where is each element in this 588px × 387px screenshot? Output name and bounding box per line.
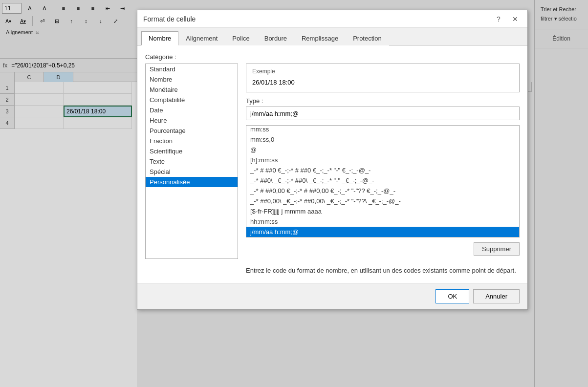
exemple-value: 26/01/18 18:00 bbox=[252, 77, 513, 88]
list-item[interactable]: Comptabilité bbox=[146, 95, 238, 105]
list-item[interactable]: Fraction bbox=[146, 136, 238, 146]
dialog-close-button[interactable]: ✕ bbox=[509, 14, 522, 24]
type-label: Type : bbox=[246, 97, 520, 105]
dialog-help-button[interactable]: ? bbox=[492, 14, 505, 24]
tab-remplissage[interactable]: Remplissage bbox=[294, 31, 346, 45]
format-list-wrapper: mm:ssmm:ss,0@[h]:mm:ss_-* # ##0 €_-;-* #… bbox=[246, 125, 520, 237]
list-item[interactable]: Monétaire bbox=[146, 85, 238, 95]
list-item[interactable]: Scientifique bbox=[146, 146, 238, 156]
dialog-title: Format de cellule bbox=[143, 15, 196, 23]
supprimer-wrapper: Supprimer bbox=[246, 242, 520, 256]
dialog-body: Catégorie : StandardNombreMonétaireCompt… bbox=[137, 45, 527, 283]
list-item[interactable]: Personnalisée bbox=[146, 177, 238, 187]
list-item[interactable]: j/mm/aa h:mm;@ bbox=[246, 227, 519, 237]
list-item[interactable]: @ bbox=[246, 145, 519, 155]
tab-nombre[interactable]: Nombre bbox=[141, 31, 178, 45]
dialog-controls: ? ✕ bbox=[492, 14, 522, 24]
list-item[interactable]: Texte bbox=[146, 156, 238, 167]
list-item[interactable]: _-* # ##0,00 €_-;-* # ##0,00 €_-;_-* "-"… bbox=[246, 186, 519, 196]
list-item[interactable]: _-* ##0\ _€_-;-* ##0\ _€_-;_-* "-" _€_-;… bbox=[246, 175, 519, 186]
tab-police[interactable]: Police bbox=[225, 31, 257, 45]
list-item[interactable]: hh:mm:ss bbox=[246, 216, 519, 227]
list-item[interactable]: mm:ss,0 bbox=[246, 134, 519, 145]
list-item[interactable]: Heure bbox=[146, 115, 238, 126]
list-item[interactable]: Nombre bbox=[146, 74, 238, 85]
list-item[interactable]: mm:ss bbox=[246, 125, 519, 134]
tab-protection[interactable]: Protection bbox=[346, 31, 389, 45]
categorie-section: StandardNombreMonétaireComptabilitéDateH… bbox=[145, 64, 520, 275]
dialog-titlebar: Format de cellule ? ✕ bbox=[137, 10, 527, 28]
supprimer-button[interactable]: Supprimer bbox=[474, 242, 520, 256]
list-item[interactable]: _-* ##0,00\ _€_-;-* ##0,00\ _€_-;_-* "-"… bbox=[246, 196, 519, 206]
ok-button[interactable]: OK bbox=[436, 289, 469, 303]
exemple-box: Exemple 26/01/18 18:00 bbox=[246, 64, 520, 92]
list-item[interactable]: [h]:mm:ss bbox=[246, 155, 519, 165]
tab-alignement[interactable]: Alignement bbox=[178, 31, 225, 45]
list-item[interactable]: Standard bbox=[146, 64, 238, 74]
categorie-label: Catégorie : bbox=[145, 53, 520, 61]
categorie-list[interactable]: StandardNombreMonétaireComptabilitéDateH… bbox=[145, 64, 238, 259]
exemple-label: Exemple bbox=[252, 68, 513, 75]
categorie-list-wrapper: StandardNombreMonétaireComptabilitéDateH… bbox=[145, 64, 238, 275]
list-item[interactable]: Date bbox=[146, 105, 238, 115]
annuler-button[interactable]: Annuler bbox=[473, 289, 520, 303]
list-item[interactable]: [$-fr-FR]jjjj j mmmm aaaa bbox=[246, 206, 519, 216]
list-item[interactable]: Spécial bbox=[146, 167, 238, 177]
list-item[interactable]: _-* # ##0 €_-;-* # ##0 €_-;_-* "-" €_-;_… bbox=[246, 165, 519, 175]
type-input[interactable] bbox=[246, 107, 520, 120]
format-list[interactable]: mm:ssmm:ss,0@[h]:mm:ss_-* # ##0 €_-;-* #… bbox=[246, 125, 520, 237]
dialog-footer: OK Annuler bbox=[137, 283, 527, 309]
type-section: Type : bbox=[246, 97, 520, 120]
list-item[interactable]: Pourcentage bbox=[146, 126, 238, 136]
description-text: Entrez le code du format de nombre, en u… bbox=[246, 260, 520, 275]
right-panel: Exemple 26/01/18 18:00 Type : mm:ssmm:ss… bbox=[246, 64, 520, 275]
tab-bordure[interactable]: Bordure bbox=[257, 31, 294, 45]
format-cellule-dialog: Format de cellule ? ✕ Nombre Alignement … bbox=[137, 10, 528, 310]
tabs-bar: Nombre Alignement Police Bordure Remplis… bbox=[137, 28, 527, 45]
